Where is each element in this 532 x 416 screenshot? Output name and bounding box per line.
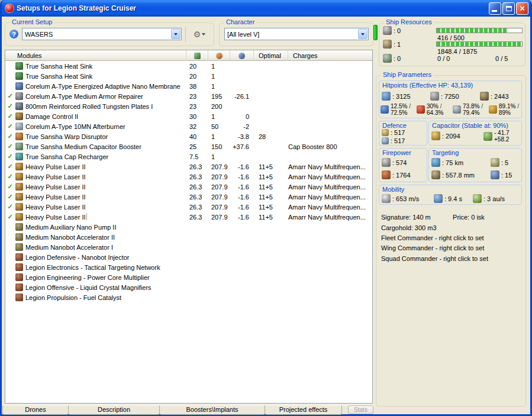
ship-parameters-group: Ship Parameters Hitpoints (Effective HP:… xyxy=(376,75,526,407)
optimal-column-header[interactable]: Optimal xyxy=(254,50,288,61)
tab-drones[interactable]: Drones xyxy=(2,405,69,415)
module-name-text: Legion Engineering - Power Core Multipli… xyxy=(25,274,150,281)
tab-description[interactable]: Description xyxy=(69,405,160,415)
table-row[interactable]: Corelum A-Type Energized Adaptive Nano M… xyxy=(5,81,372,91)
tab-boosters-implants[interactable]: Boosters\Implants xyxy=(160,405,265,415)
afterburner-icon xyxy=(15,122,23,130)
table-row[interactable]: ✓True Sansha Cap Recharger7.51 xyxy=(5,151,372,162)
status-indicator-bar xyxy=(373,25,378,40)
table-row[interactable]: ✓800mm Reinforced Rolled Tungsten Plates… xyxy=(5,101,372,111)
table-row[interactable]: Legion Electronics - Tactical Targeting … xyxy=(5,262,372,272)
module-name-text: Legion Offensive - Liquid Crystal Magnif… xyxy=(25,284,152,291)
cpu-value: 23 xyxy=(186,93,208,100)
targeting-label: Targeting xyxy=(432,149,459,156)
armor-hp: : 7250 xyxy=(430,92,459,101)
structure-hp-value: : 2443 xyxy=(491,93,509,100)
table-row[interactable]: Medium Nanobot Accelerator II xyxy=(5,232,372,242)
wing-commander-text[interactable]: Wing Commander - right click to set xyxy=(381,244,484,251)
chevron-down-icon[interactable] xyxy=(171,29,180,39)
table-row[interactable]: ✓Heavy Pulse Laser II26.3207.9-1.611+5Am… xyxy=(5,172,372,182)
title-bar[interactable]: Setups for Legion Strategic Cruiser × xyxy=(2,0,530,17)
table-row[interactable]: Legion Offensive - Liquid Crystal Magnif… xyxy=(5,282,372,292)
explosive-resist-icon xyxy=(489,105,497,114)
table-row[interactable]: ✓Heavy Pulse Laser II26.3207.9-1.611+5Am… xyxy=(5,192,372,202)
powergrid-bar xyxy=(436,41,523,47)
chevron-down-icon[interactable] xyxy=(358,29,367,39)
cap-recharger-icon xyxy=(15,153,23,160)
table-row[interactable]: ✓Heavy Pulse Laser II26.3207.9-1.611+5Am… xyxy=(5,212,372,222)
table-row[interactable]: Legion Defensive - Nanobot Injector xyxy=(5,252,372,262)
module-name-text: Medium Nanobot Accelerator II xyxy=(25,234,115,241)
table-row[interactable]: Legion Engineering - Power Core Multipli… xyxy=(5,272,372,282)
module-name-text: Corelum A-Type Energized Adaptive Nano M… xyxy=(25,83,181,90)
cpu-bar-fill xyxy=(437,28,508,33)
table-row[interactable]: ✓Damage Control II3010 xyxy=(5,111,372,121)
turret-slots: : 0 xyxy=(383,26,401,35)
charge-name: Amarr Navy Multifrequen... xyxy=(288,194,366,201)
powergrid-value: 200 xyxy=(208,103,230,110)
cpu-value: 26.3 xyxy=(186,163,208,170)
subsystem-icon xyxy=(15,273,23,281)
align-time-icon xyxy=(434,194,443,203)
setup-select[interactable]: WASERS xyxy=(22,28,182,40)
table-row[interactable]: ✓True Sansha Medium Capacitor Booster251… xyxy=(5,141,372,151)
maximize-button[interactable] xyxy=(502,2,515,15)
table-row[interactable]: ✓True Sansha Warp Disruptor401-3.828 xyxy=(5,131,372,141)
minimize-button[interactable] xyxy=(489,2,501,15)
active-check-icon: ✓ xyxy=(5,122,15,130)
modules-column-header[interactable]: Modules xyxy=(5,50,186,61)
table-row[interactable]: ✓Heavy Pulse Laser II26.3207.9-1.611+5Am… xyxy=(5,182,372,192)
table-row[interactable]: Legion Propulsion - Fuel Catalyst xyxy=(5,292,372,302)
cpu-usage-text: 416 / 500 xyxy=(437,34,465,41)
setup-tools-button[interactable]: ⚙ xyxy=(189,28,210,40)
table-row[interactable]: True Sansha Heat Sink201 xyxy=(5,61,372,71)
kinetic-resist: 73.8% / 79.4% xyxy=(453,103,483,116)
maximize-icon xyxy=(506,6,512,11)
speed-icon xyxy=(382,194,391,203)
capacitor-balance-values: - 41.7 +58.2 xyxy=(494,130,510,143)
powergrid-value: 1 xyxy=(208,83,230,90)
mobility-group: Mobility : 653 m/s : 9.4 s : 3 au/s xyxy=(379,185,522,205)
cap-use-value: -2 xyxy=(230,123,254,130)
scan-res-icon xyxy=(431,170,440,179)
table-row[interactable]: ✓Corelum A-Type Medium Armor Repairer231… xyxy=(5,91,372,101)
cap-use-value: -1.6 xyxy=(230,173,254,180)
stats-button[interactable]: Stats xyxy=(348,405,373,414)
charges-column-header[interactable]: Charges xyxy=(288,50,372,61)
optimal-value: 11+5 xyxy=(254,204,288,211)
fleet-commander-text[interactable]: Fleet Commander - right click to set xyxy=(381,234,484,241)
close-button[interactable]: × xyxy=(516,2,528,15)
minimize-icon xyxy=(492,10,497,12)
pulse-laser-icon xyxy=(15,163,23,170)
dps-icon xyxy=(382,170,391,179)
charge-name: Cap Booster 800 xyxy=(288,143,337,150)
table-row[interactable]: ✓Corelum A-Type 10MN Afterburner3250-2 xyxy=(5,121,372,131)
squad-commander-text[interactable]: Squad Commander - right click to set xyxy=(381,255,488,262)
help-icon[interactable]: ? xyxy=(9,30,18,38)
capacitor-amount-value: : 2094 xyxy=(442,133,460,140)
cargohold-text: Cargohold: 300 m3 xyxy=(381,224,437,231)
cpu-column-header[interactable] xyxy=(186,50,208,61)
module-name-text: Legion Electronics - Tactical Targeting … xyxy=(25,264,161,271)
module-name-text: Heavy Pulse Laser II xyxy=(25,194,86,201)
character-select[interactable]: [All level V] xyxy=(224,28,369,40)
hitpoints-group: Hitpoints (Effective HP: 43,139) : 3125 … xyxy=(379,80,522,118)
table-row[interactable]: ✓Heavy Pulse Laser II26.3207.9-1.611+5Am… xyxy=(5,162,372,172)
launcher-slots: : 1 xyxy=(383,40,401,49)
table-row[interactable]: True Sansha Heat Sink201 xyxy=(5,71,372,81)
dps-value: : 1764 xyxy=(392,172,411,179)
capacitor-column-header[interactable] xyxy=(230,50,254,61)
table-row[interactable]: Medium Auxiliary Nano Pump II xyxy=(5,222,372,232)
character-group: Character [All level V] xyxy=(219,22,373,46)
table-row[interactable]: ✓Heavy Pulse Laser II26.3207.9-1.611+5Am… xyxy=(5,202,372,212)
cpu-value: 26.3 xyxy=(186,173,208,180)
table-row[interactable]: Medium Nanobot Accelerator I xyxy=(5,242,372,252)
optimal-value: 11+5 xyxy=(254,214,288,221)
powergrid-value: 207.9 xyxy=(208,214,230,221)
cpu-value: 32 xyxy=(186,123,208,130)
powergrid-column-header[interactable] xyxy=(208,50,230,61)
module-name: Legion Electronics - Tactical Targeting … xyxy=(25,264,186,271)
signature-price-row: Signature: 140 m Price: 0 isk xyxy=(381,214,485,221)
tab-projected-effects[interactable]: Projected effects xyxy=(265,405,342,415)
powergrid-value: 1 xyxy=(208,113,230,120)
